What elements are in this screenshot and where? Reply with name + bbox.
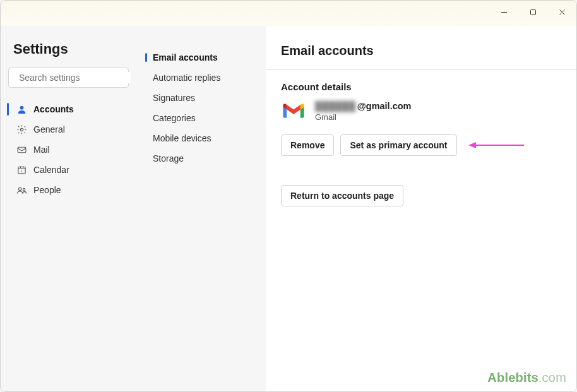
nav-label: Calendar xyxy=(33,165,69,175)
action-buttons-row: Remove Set as primary account xyxy=(281,134,561,156)
sub-sidebar: Email accounts Automatic replies Signatu… xyxy=(136,26,266,391)
watermark-brand: Ablebits xyxy=(487,371,538,384)
account-row: ██████ @gmail.com Gmail xyxy=(281,101,561,122)
maximize-icon xyxy=(530,9,537,16)
minimize-icon xyxy=(501,9,508,16)
remove-button[interactable]: Remove xyxy=(281,134,334,156)
subnav-label: Email accounts xyxy=(153,52,218,62)
nav-label: Accounts xyxy=(33,104,74,114)
svg-point-14 xyxy=(18,187,21,190)
people-icon xyxy=(16,184,27,196)
settings-title: Settings xyxy=(13,41,129,57)
accounts-icon xyxy=(16,104,27,115)
account-text: ██████ @gmail.com Gmail xyxy=(315,101,412,122)
close-icon xyxy=(559,9,566,16)
divider xyxy=(266,69,576,70)
gear-icon xyxy=(16,124,27,135)
subnav-label: Mobile devices xyxy=(153,133,211,143)
subnav-storage[interactable]: Storage xyxy=(141,148,261,169)
account-email: ██████ @gmail.com xyxy=(315,101,412,111)
minimize-button[interactable] xyxy=(489,2,518,22)
search-container[interactable] xyxy=(8,68,129,88)
settings-window: Settings Accounts General xyxy=(0,0,577,392)
calendar-icon: 1 xyxy=(16,164,27,175)
subnav-signatures[interactable]: Signatures xyxy=(141,88,261,108)
nav-accounts[interactable]: Accounts xyxy=(8,99,129,119)
subnav-label: Signatures xyxy=(153,93,195,103)
svg-text:1: 1 xyxy=(20,169,22,173)
subnav-automatic-replies[interactable]: Automatic replies xyxy=(141,68,261,88)
annotation-arrow xyxy=(468,140,525,150)
subnav-label: Categories xyxy=(153,113,196,123)
mail-icon xyxy=(16,144,27,155)
window-body: Settings Accounts General xyxy=(1,26,576,391)
set-primary-button[interactable]: Set as primary account xyxy=(340,134,456,156)
subnav-email-accounts[interactable]: Email accounts xyxy=(141,47,261,68)
nav-mail[interactable]: Mail xyxy=(8,140,129,160)
email-suffix: @gmail.com xyxy=(357,101,412,111)
subnav-categories[interactable]: Categories xyxy=(141,108,261,128)
primary-nav: Accounts General Mail 1 xyxy=(8,99,129,200)
nav-label: Mail xyxy=(33,145,50,155)
watermark: Ablebits.com xyxy=(487,371,566,385)
nav-people[interactable]: People xyxy=(8,180,129,200)
sidebar: Settings Accounts General xyxy=(1,26,136,391)
nav-label: People xyxy=(33,185,61,195)
account-provider: Gmail xyxy=(315,112,412,122)
secondary-nav: Email accounts Automatic replies Signatu… xyxy=(141,47,261,169)
svg-marker-17 xyxy=(468,142,476,148)
svg-point-7 xyxy=(20,128,23,131)
section-title: Account details xyxy=(281,81,561,92)
nav-label: General xyxy=(33,124,65,134)
subnav-mobile-devices[interactable]: Mobile devices xyxy=(141,128,261,148)
subnav-label: Automatic replies xyxy=(153,73,220,83)
watermark-domain: .com xyxy=(538,371,566,384)
return-row: Return to accounts page xyxy=(281,185,561,206)
arrow-icon xyxy=(468,140,525,150)
main-panel: Email accounts Account details ██████ @g xyxy=(266,26,576,391)
nav-general[interactable]: General xyxy=(8,119,129,140)
close-button[interactable] xyxy=(547,2,576,22)
subnav-label: Storage xyxy=(153,153,184,163)
email-obscured: ██████ xyxy=(315,101,356,111)
svg-rect-8 xyxy=(18,147,26,153)
svg-rect-1 xyxy=(530,9,535,15)
nav-calendar[interactable]: 1 Calendar xyxy=(8,160,129,180)
svg-point-15 xyxy=(23,188,25,190)
maximize-button[interactable] xyxy=(518,2,547,22)
page-heading: Email accounts xyxy=(281,44,561,58)
search-input[interactable] xyxy=(18,72,131,83)
return-button[interactable]: Return to accounts page xyxy=(281,185,403,206)
titlebar xyxy=(1,1,576,26)
gmail-icon xyxy=(281,101,306,121)
svg-point-6 xyxy=(20,105,23,109)
